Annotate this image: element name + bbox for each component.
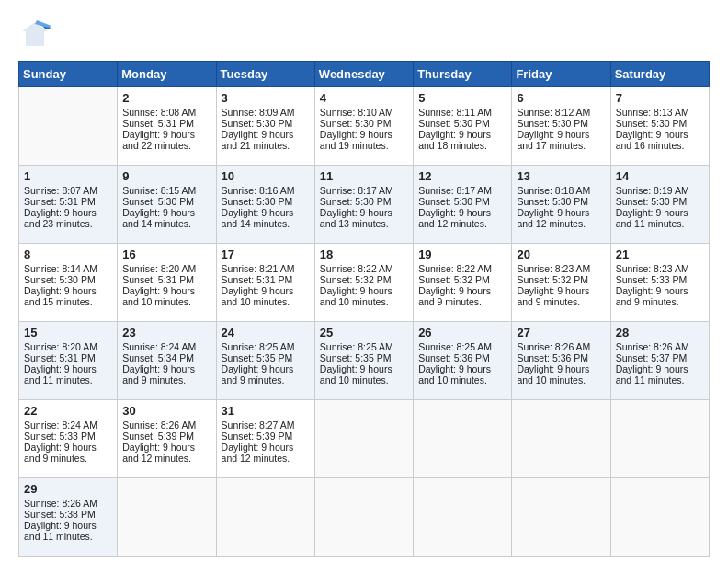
calendar-cell — [19, 87, 118, 166]
day-number: 17 — [222, 247, 310, 261]
day-content: Sunrise: 8:13 AM — [616, 107, 704, 118]
day-header-tuesday: Tuesday — [216, 62, 314, 87]
day-content: Sunset: 5:36 PM — [418, 352, 506, 363]
day-content: Sunrise: 8:10 AM — [320, 107, 408, 118]
day-number: 28 — [616, 326, 704, 339]
day-content: Sunrise: 8:19 AM — [616, 185, 704, 196]
day-content: Sunrise: 8:23 AM — [616, 263, 704, 274]
day-number: 26 — [418, 326, 506, 339]
calendar-cell: 17Sunrise: 8:21 AMSunset: 5:31 PMDayligh… — [216, 244, 314, 322]
day-content: Daylight: 9 hours — [222, 285, 310, 296]
day-number: 20 — [517, 247, 605, 261]
day-number: 3 — [222, 91, 310, 105]
calendar-cell — [414, 400, 512, 478]
day-content: and 9 minutes. — [517, 296, 605, 307]
day-content: Sunset: 5:32 PM — [418, 274, 506, 285]
day-content: Sunrise: 8:26 AM — [122, 419, 210, 431]
day-number: 30 — [122, 404, 210, 418]
calendar-cell — [512, 478, 610, 557]
day-content: Daylight: 9 hours — [517, 363, 605, 374]
day-content: Daylight: 9 hours — [222, 363, 310, 374]
day-content: Daylight: 9 hours — [122, 363, 210, 374]
day-content: Daylight: 9 hours — [418, 129, 506, 140]
day-content: Daylight: 9 hours — [517, 207, 605, 218]
day-content: Daylight: 9 hours — [24, 442, 112, 453]
day-content: Daylight: 9 hours — [418, 207, 506, 218]
day-content: Sunrise: 8:17 AM — [320, 185, 408, 196]
day-content: Sunrise: 8:18 AM — [517, 185, 605, 196]
day-content: Sunrise: 8:25 AM — [222, 341, 310, 352]
day-content: Sunrise: 8:25 AM — [320, 341, 408, 352]
day-header-friday: Friday — [512, 62, 610, 87]
calendar-week-row: 15Sunrise: 8:20 AMSunset: 5:31 PMDayligh… — [19, 322, 710, 400]
calendar-cell: 29Sunrise: 8:26 AMSunset: 5:38 PMDayligh… — [19, 478, 118, 557]
calendar-cell: 8Sunrise: 8:14 AMSunset: 5:30 PMDaylight… — [19, 244, 118, 322]
day-content: Daylight: 9 hours — [616, 285, 704, 296]
calendar-cell: 25Sunrise: 8:25 AMSunset: 5:35 PMDayligh… — [314, 322, 413, 400]
day-content: Daylight: 9 hours — [122, 129, 210, 140]
calendar-cell: 5Sunrise: 8:11 AMSunset: 5:30 PMDaylight… — [414, 87, 512, 166]
page-header — [18, 18, 710, 52]
day-content: Sunrise: 8:12 AM — [517, 107, 605, 118]
day-content: Sunset: 5:30 PM — [320, 118, 408, 129]
day-content: and 9 minutes. — [616, 296, 704, 307]
day-content: and 11 minutes. — [24, 531, 112, 542]
day-content: Sunset: 5:32 PM — [320, 274, 408, 285]
calendar-cell: 14Sunrise: 8:19 AMSunset: 5:30 PMDayligh… — [610, 166, 709, 244]
calendar-week-row: 29Sunrise: 8:26 AMSunset: 5:38 PMDayligh… — [19, 478, 710, 557]
logo-icon — [18, 18, 51, 52]
day-content: Daylight: 9 hours — [122, 207, 210, 218]
day-content: and 14 minutes. — [222, 218, 310, 229]
calendar-cell: 22Sunrise: 8:24 AMSunset: 5:33 PMDayligh… — [19, 400, 118, 478]
calendar-cell — [118, 478, 216, 557]
day-header-sunday: Sunday — [19, 62, 118, 87]
day-content: Sunset: 5:31 PM — [222, 274, 310, 285]
day-content: Sunrise: 8:11 AM — [418, 107, 506, 118]
day-content: Daylight: 9 hours — [24, 363, 112, 374]
day-content: Sunset: 5:30 PM — [418, 118, 506, 129]
day-content: Sunset: 5:35 PM — [222, 352, 310, 363]
calendar-cell: 9Sunrise: 8:15 AMSunset: 5:30 PMDaylight… — [118, 166, 216, 244]
calendar-cell: 10Sunrise: 8:16 AMSunset: 5:30 PMDayligh… — [216, 166, 314, 244]
day-content: Sunrise: 8:21 AM — [222, 263, 310, 274]
day-content: Daylight: 9 hours — [320, 207, 408, 218]
calendar-cell: 12Sunrise: 8:17 AMSunset: 5:30 PMDayligh… — [414, 166, 512, 244]
day-number: 18 — [320, 247, 408, 261]
calendar-cell: 16Sunrise: 8:20 AMSunset: 5:31 PMDayligh… — [118, 244, 216, 322]
day-content: Sunset: 5:34 PM — [122, 352, 210, 363]
calendar-cell: 20Sunrise: 8:23 AMSunset: 5:32 PMDayligh… — [512, 244, 610, 322]
day-content: and 23 minutes. — [24, 218, 112, 229]
day-content: Sunset: 5:31 PM — [24, 352, 112, 363]
day-content: Sunset: 5:37 PM — [616, 352, 704, 363]
calendar-cell — [414, 478, 512, 557]
day-content: Sunset: 5:30 PM — [222, 196, 310, 207]
calendar-cell: 13Sunrise: 8:18 AMSunset: 5:30 PMDayligh… — [512, 166, 610, 244]
day-content: Sunrise: 8:24 AM — [122, 341, 210, 352]
calendar-cell: 11Sunrise: 8:17 AMSunset: 5:30 PMDayligh… — [314, 166, 413, 244]
day-content: Sunrise: 8:26 AM — [24, 498, 112, 509]
day-content: and 12 minutes. — [418, 218, 506, 229]
calendar-cell: 15Sunrise: 8:20 AMSunset: 5:31 PMDayligh… — [19, 322, 118, 400]
day-content: and 15 minutes. — [24, 296, 112, 307]
day-number: 15 — [24, 326, 112, 339]
day-number: 19 — [418, 247, 506, 261]
day-number: 12 — [418, 169, 506, 183]
calendar-cell: 2Sunrise: 8:08 AMSunset: 5:31 PMDaylight… — [118, 87, 216, 166]
day-content: Sunset: 5:30 PM — [616, 196, 704, 207]
calendar-cell: 27Sunrise: 8:26 AMSunset: 5:36 PMDayligh… — [512, 322, 610, 400]
day-content: Sunrise: 8:07 AM — [24, 185, 112, 196]
day-number: 23 — [122, 326, 210, 339]
day-content: Daylight: 9 hours — [122, 285, 210, 296]
day-content: Sunrise: 8:09 AM — [222, 107, 310, 118]
day-content: Sunset: 5:30 PM — [320, 196, 408, 207]
day-content: Daylight: 9 hours — [222, 442, 310, 453]
day-content: and 18 minutes. — [418, 140, 506, 151]
day-content: and 19 minutes. — [320, 140, 408, 151]
day-content: Sunrise: 8:26 AM — [616, 341, 704, 352]
day-content: Daylight: 9 hours — [616, 129, 704, 140]
calendar-cell: 6Sunrise: 8:12 AMSunset: 5:30 PMDaylight… — [512, 87, 610, 166]
day-content: and 10 minutes. — [418, 374, 506, 385]
day-content: Sunrise: 8:16 AM — [222, 185, 310, 196]
day-content: and 12 minutes. — [122, 453, 210, 464]
calendar-table: SundayMondayTuesdayWednesdayThursdayFrid… — [18, 61, 710, 557]
